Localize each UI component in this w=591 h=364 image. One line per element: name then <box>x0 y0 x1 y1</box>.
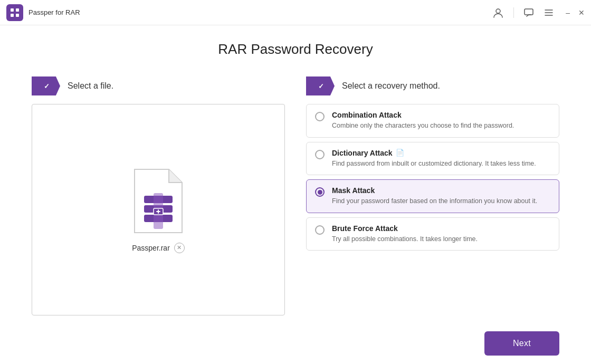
close-button[interactable]: ✕ <box>578 8 585 17</box>
radio-brute <box>315 225 325 235</box>
method-desc-combination: Combine only the characters you choose t… <box>332 121 550 131</box>
method-title-mask: Mask Attack <box>332 186 375 195</box>
radio-combination <box>315 112 325 121</box>
next-button[interactable]: Next <box>484 331 559 356</box>
method-info-brute: Brute Force Attack Try all possible comb… <box>332 224 550 244</box>
method-title-dictionary: Dictionary Attack <box>332 149 393 157</box>
svg-rect-2 <box>11 14 14 17</box>
method-list: Combination Attack Combine only the char… <box>306 104 559 251</box>
window-controls: – ✕ <box>566 8 585 17</box>
radio-mask <box>315 187 325 197</box>
step-arrow-right: ✓ <box>306 76 335 95</box>
method-title-combination: Combination Attack <box>332 111 402 119</box>
step-check-right: ✓ <box>306 76 335 95</box>
step-label-right: Select a recovery method. <box>342 81 440 91</box>
two-columns: ✓ Select a file. <box>32 76 559 315</box>
method-item-combination[interactable]: Combination Attack Combine only the char… <box>306 104 559 138</box>
radio-inner-mask <box>318 190 322 195</box>
rar-file-icon <box>129 167 187 235</box>
main-content: RAR Password Recovery ✓ Select a file. <box>0 25 591 326</box>
method-info-combination: Combination Attack Combine only the char… <box>332 111 550 131</box>
file-icon-wrapper: Passper.rar ✕ <box>129 167 187 253</box>
page-title: RAR Password Recovery <box>32 41 559 58</box>
method-desc-mask: Find your password faster based on the i… <box>332 197 550 206</box>
svg-rect-0 <box>11 8 14 12</box>
app-title: Passper for RAR <box>28 8 492 16</box>
file-name: Passper.rar <box>132 244 170 252</box>
radio-dictionary <box>315 150 325 159</box>
minimize-button[interactable]: – <box>566 8 570 17</box>
left-column: ✓ Select a file. <box>32 76 285 315</box>
svg-rect-3 <box>16 14 19 17</box>
dictionary-info-icon: 📄 <box>396 149 404 157</box>
user-icon[interactable] <box>492 7 504 18</box>
svg-rect-5 <box>525 9 533 15</box>
svg-rect-1 <box>16 8 19 12</box>
svg-point-4 <box>496 9 500 13</box>
method-item-mask[interactable]: Mask Attack Find your password faster ba… <box>306 179 559 213</box>
chat-icon[interactable] <box>523 7 534 18</box>
step-label-left: Select a file. <box>68 81 113 91</box>
method-title-row-dictionary: Dictionary Attack 📄 <box>332 149 550 157</box>
app-logo <box>6 4 23 21</box>
step-header-right: ✓ Select a recovery method. <box>306 76 559 95</box>
method-title-row-combination: Combination Attack <box>332 111 550 119</box>
method-title-row-mask: Mask Attack <box>332 186 550 195</box>
bottom-bar: Next <box>0 326 591 364</box>
menu-icon[interactable] <box>544 7 554 18</box>
method-title-brute: Brute Force Attack <box>332 224 398 233</box>
method-title-row-brute: Brute Force Attack <box>332 224 550 233</box>
titlebar-controls: – ✕ <box>492 7 585 18</box>
method-desc-dictionary: Find password from inbuilt or customized… <box>332 159 550 169</box>
titlebar-divider <box>513 7 514 18</box>
step-check-left: ✓ <box>32 76 60 95</box>
method-item-brute[interactable]: Brute Force Attack Try all possible comb… <box>306 217 559 251</box>
method-item-dictionary[interactable]: Dictionary Attack 📄 Find password from i… <box>306 142 559 176</box>
method-info-mask: Mask Attack Find your password faster ba… <box>332 186 550 206</box>
file-name-row: Passper.rar ✕ <box>132 243 185 253</box>
step-arrow-left: ✓ <box>32 76 60 95</box>
step-header-left: ✓ Select a file. <box>32 76 285 95</box>
method-info-dictionary: Dictionary Attack 📄 Find password from i… <box>332 149 550 169</box>
method-desc-brute: Try all possible combinations. It takes … <box>332 235 550 244</box>
titlebar: Passper for RAR – ✕ <box>0 0 591 25</box>
file-remove-button[interactable]: ✕ <box>174 243 185 253</box>
file-drop-area[interactable]: Passper.rar ✕ <box>32 104 285 315</box>
right-column: ✓ Select a recovery method. Combination … <box>306 76 559 315</box>
